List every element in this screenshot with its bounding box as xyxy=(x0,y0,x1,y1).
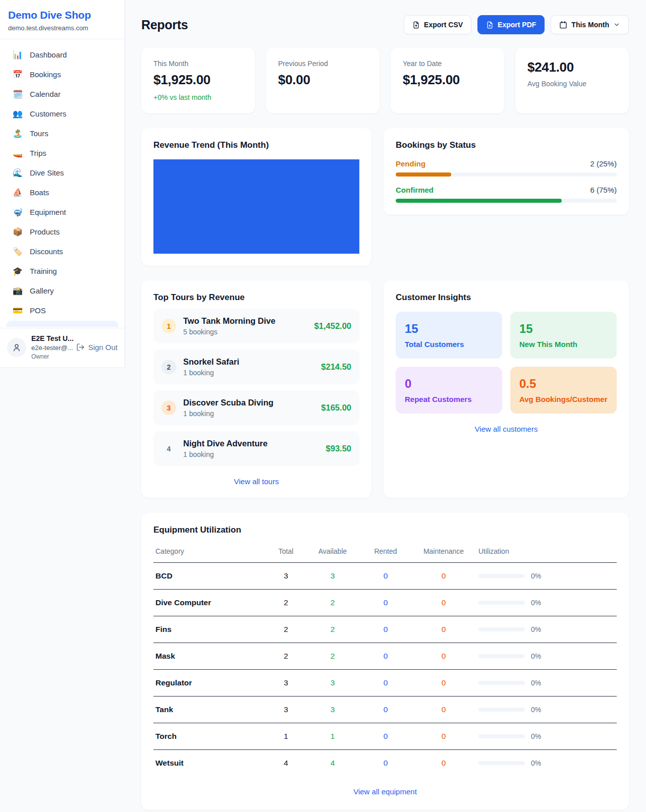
tour-amount: $93.50 xyxy=(326,444,351,453)
table-row: Dive Computer 2 2 0 0 0% xyxy=(153,590,617,616)
sign-out-button[interactable]: Sign Out xyxy=(76,343,118,352)
user-info: E2E Test U... e2e-tester@... Owner xyxy=(31,334,71,360)
equipment-table: Category Total Available Rented Maintena… xyxy=(153,542,617,776)
sailboat-icon: ⛵ xyxy=(12,189,23,197)
tile-label: Total Customers xyxy=(405,340,493,349)
status-label: Pending xyxy=(396,159,425,168)
status-label: Confirmed xyxy=(396,186,434,194)
sidebar-item-trips[interactable]: 🚤 Trips xyxy=(6,144,119,162)
stat-value: $241.00 xyxy=(527,60,617,75)
tile-avg-bookings-customer: 0.5 Avg Bookings/Customer xyxy=(510,367,617,414)
page-title: Reports xyxy=(141,18,188,32)
rank-badge: 1 xyxy=(162,319,176,333)
shop-domain: demo.test.divestreams.com xyxy=(8,24,117,32)
tour-bookings: 1 booking xyxy=(183,410,314,418)
sidebar: Demo Dive Shop demo.test.divestreams.com… xyxy=(0,0,125,368)
sidebar-item-gallery[interactable]: 📸 Gallery xyxy=(6,281,119,300)
stat-value: $1,925.00 xyxy=(153,72,243,88)
chevron-down-icon xyxy=(613,21,620,28)
progress-track xyxy=(396,199,617,203)
column-header: Maintenance xyxy=(411,542,476,563)
sidebar-header: Demo Dive Shop demo.test.divestreams.com xyxy=(0,0,125,39)
tile-value: 15 xyxy=(519,322,608,336)
calendar-icon: 📅 xyxy=(12,71,23,79)
sidebar-item-label: Equipment xyxy=(30,208,66,216)
island-icon: 🏝️ xyxy=(12,130,23,138)
export-csv-button[interactable]: Export CSV xyxy=(404,15,471,34)
people-icon: 👥 xyxy=(12,110,23,118)
sidebar-item-discounts[interactable]: 🏷️ Discounts xyxy=(6,242,119,261)
tour-row: 3 Discover Scuba Diving 1 booking $165.0… xyxy=(153,390,359,425)
table-row: Mask 2 2 0 0 0% xyxy=(153,643,617,670)
sidebar-item-dive-sites[interactable]: 🌊 Dive Sites xyxy=(6,163,119,182)
sidebar-item-label: Tours xyxy=(30,129,48,138)
table-row: Torch 1 1 0 0 0% xyxy=(153,723,617,750)
sidebar-item-calendar[interactable]: 🗓️ Calendar xyxy=(6,85,119,103)
tile-value: 0 xyxy=(405,377,493,391)
card-title: Revenue Trend (This Month) xyxy=(153,140,359,150)
card-title: Equipment Utilization xyxy=(153,525,617,535)
rank-badge: 4 xyxy=(162,441,176,456)
file-icon xyxy=(486,21,494,29)
sidebar-item-equipment[interactable]: 🤿 Equipment xyxy=(6,203,119,221)
utilization-bar xyxy=(478,654,525,658)
charts-row: Revenue Trend (This Month) Bookings by S… xyxy=(141,128,629,266)
tour-row: 2 Snorkel Safari 1 booking $214.50 xyxy=(153,350,359,384)
utilization-bar xyxy=(478,761,525,765)
card-title: Bookings by Status xyxy=(396,140,617,150)
progress-track xyxy=(396,172,617,177)
progress-fill xyxy=(396,199,562,203)
sidebar-item-products[interactable]: 📦 Products xyxy=(6,222,119,241)
graduation-cap-icon: 🎓 xyxy=(12,267,23,275)
sidebar-item-bookings[interactable]: 📅 Bookings xyxy=(6,65,119,84)
sidebar-item-tours[interactable]: 🏝️ Tours xyxy=(6,124,119,143)
stat-label: This Month xyxy=(153,60,243,68)
sidebar-item-label: Gallery xyxy=(30,286,54,295)
sidebar-item-label: Bookings xyxy=(30,70,61,79)
stat-label: Year to Date xyxy=(403,60,492,68)
tour-amount: $1,452.00 xyxy=(314,321,351,331)
equipment-utilization-card: Equipment Utilization Category Total Ava… xyxy=(141,513,629,810)
utilization-bar xyxy=(478,681,525,685)
view-all-customers-link[interactable]: View all customers xyxy=(396,425,617,433)
table-row: BCD 3 3 0 0 0% xyxy=(153,563,617,590)
period-select[interactable]: This Month xyxy=(551,15,629,34)
stat-label: Avg Booking Value xyxy=(527,80,617,88)
sidebar-item-pos[interactable]: 💳 POS xyxy=(6,301,119,320)
view-all-equipment-link[interactable]: View all equipment xyxy=(153,787,617,796)
tour-row: 1 Two Tank Morning Dive 5 bookings $1,45… xyxy=(153,309,359,343)
card-title: Top Tours by Revenue xyxy=(153,293,359,303)
sidebar-item-customers[interactable]: 👥 Customers xyxy=(6,104,119,123)
tile-label: New This Month xyxy=(519,340,608,349)
column-header: Category xyxy=(153,542,267,563)
export-pdf-button[interactable]: Export PDF xyxy=(477,15,545,34)
customer-insights-card: Customer Insights 15 Total Customers 15 … xyxy=(384,280,629,498)
spiral-calendar-icon: 🗓️ xyxy=(12,90,23,98)
column-header: Rented xyxy=(360,542,411,563)
stat-card-year-to-date: Year to Date $1,925.00 xyxy=(391,47,504,113)
sidebar-item-label: Dashboard xyxy=(30,50,67,59)
credit-card-icon: 💳 xyxy=(12,307,23,315)
camera-icon: 📸 xyxy=(12,287,23,295)
person-icon xyxy=(12,343,21,352)
logout-icon xyxy=(76,343,85,352)
file-icon xyxy=(412,21,420,29)
sidebar-item-dashboard[interactable]: 📊 Dashboard xyxy=(6,45,119,64)
utilization-bar xyxy=(478,734,525,738)
package-icon: 📦 xyxy=(12,228,23,236)
sidebar-item-training[interactable]: 🎓 Training xyxy=(6,262,119,280)
user-name: E2E Test U... xyxy=(31,334,71,342)
tour-name: Snorkel Safari xyxy=(183,357,314,367)
sidebar-item-label: Products xyxy=(30,227,60,236)
column-header: Total xyxy=(267,542,305,563)
tour-amount: $165.00 xyxy=(321,403,351,413)
sidebar-item-label: Discounts xyxy=(30,247,63,256)
diving-mask-icon: 🤿 xyxy=(12,208,23,216)
stat-label: Previous Period xyxy=(278,60,367,68)
top-tours-card: Top Tours by Revenue 1 Two Tank Morning … xyxy=(141,280,371,498)
sidebar-active-item-peek[interactable] xyxy=(6,321,119,327)
sidebar-item-boats[interactable]: ⛵ Boats xyxy=(6,183,119,202)
page-header: Reports Export CSV Export PDF This Month xyxy=(141,15,629,34)
stat-cards: This Month $1,925.00 +0% vs last month P… xyxy=(141,47,629,113)
view-all-tours-link[interactable]: View all tours xyxy=(153,477,359,486)
